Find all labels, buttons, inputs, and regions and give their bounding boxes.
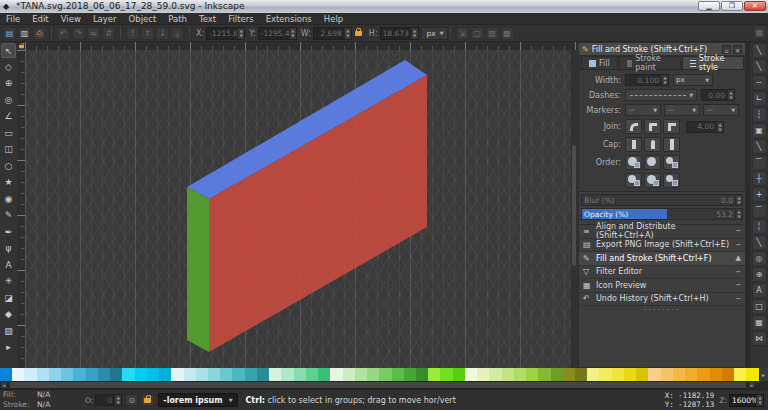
palette-swatch[interactable]	[367, 368, 379, 381]
panel-state-icon[interactable]: −	[735, 268, 741, 276]
menu-edit[interactable]: Edit	[26, 13, 54, 25]
rectangle-tool[interactable]: ▭	[1, 126, 16, 141]
palette-swatch[interactable]	[697, 368, 709, 381]
stroke-width-field[interactable]: 0.100 ▲▼	[625, 74, 669, 86]
palette-swatch[interactable]	[220, 368, 232, 381]
zoom-spinner[interactable]: ▲▼	[756, 395, 763, 406]
palette-swatch[interactable]	[184, 368, 196, 381]
palette-swatch[interactable]	[465, 368, 477, 381]
open-document-icon[interactable]: ▥	[18, 27, 31, 40]
panel-state-icon[interactable]: ▲	[736, 254, 741, 262]
palette-swatch[interactable]	[110, 368, 122, 381]
palette-swatch[interactable]	[343, 368, 355, 381]
palette-swatch[interactable]	[489, 368, 501, 381]
palette-swatch[interactable]	[318, 368, 330, 381]
width-field[interactable]: 2.698 ▲▼	[313, 27, 352, 40]
palette-swatch[interactable]	[599, 368, 611, 381]
palette-swatch[interactable]	[379, 368, 391, 381]
dock-detach-icon[interactable]: ▫	[722, 45, 731, 54]
palette-swatch[interactable]	[330, 368, 342, 381]
more-tools[interactable]: ▸	[1, 340, 16, 355]
palette-swatch[interactable]	[636, 368, 648, 381]
palette-swatch[interactable]	[746, 368, 758, 381]
palette-swatch[interactable]	[710, 368, 722, 381]
palette-swatch[interactable]	[355, 368, 367, 381]
star-tool[interactable]: ★	[1, 175, 16, 190]
text-tool[interactable]: A	[1, 258, 16, 273]
palette-swatch[interactable]	[98, 368, 110, 381]
palette-swatch[interactable]	[514, 368, 526, 381]
scroll-right-icon[interactable]: ▸	[748, 381, 756, 389]
opacity-slider[interactable]: Opacity (%) 53.2 ▲▼	[581, 208, 743, 220]
height-spinner[interactable]: ▲▼	[411, 28, 418, 39]
guide-lock-corner[interactable]	[17, 42, 25, 50]
close-button[interactable]: ✕	[744, 1, 766, 11]
measure-tool[interactable]: ∠	[1, 109, 16, 124]
dashes-dropdown[interactable]: ▼	[625, 89, 697, 101]
snap-bbox-corners-icon[interactable]: ∟	[752, 91, 767, 106]
lower-to-bottom-icon[interactable]: ⤓	[171, 27, 184, 40]
cap-butt-button[interactable]	[625, 137, 642, 152]
panel-state-icon[interactable]: −	[735, 227, 741, 235]
lock-ratio-icon[interactable]	[355, 31, 362, 36]
marker-end-dropdown[interactable]: —▼	[703, 104, 739, 116]
snap-midpoints-icon[interactable]: ╎	[752, 219, 767, 234]
palette-swatch[interactable]	[49, 368, 61, 381]
snap-object-centers-icon[interactable]: ◎	[752, 251, 767, 266]
palette-swatch[interactable]	[563, 368, 575, 381]
blur-spinner[interactable]: ▲▼	[735, 195, 742, 205]
palette-swatch[interactable]	[122, 368, 134, 381]
palette-swatch[interactable]	[612, 368, 624, 381]
palette-swatch[interactable]	[86, 368, 98, 381]
menu-path[interactable]: Path	[162, 13, 193, 25]
maximize-button[interactable]: ❐	[721, 1, 743, 11]
snap-nodes-icon[interactable]: ╲	[752, 139, 767, 154]
snap-bbox-edges-icon[interactable]: ┄	[752, 75, 767, 90]
palette-swatch[interactable]	[440, 368, 452, 381]
fill-stroke-indicator[interactable]: Fill: N/A Stroke: N/A	[0, 390, 77, 410]
panel-state-icon[interactable]: −	[735, 295, 741, 303]
canvas-vertical-scrollbar[interactable]	[571, 50, 577, 368]
stroke-width-spinner[interactable]: ▲▼	[661, 75, 668, 85]
x-spinner[interactable]: ▲▼	[237, 28, 244, 39]
menu-extensions[interactable]: Extensions	[260, 13, 318, 25]
panel-fill-stroke[interactable]: ✎Fill and Stroke (Shift+Ctrl+F)▲	[579, 252, 745, 266]
scrollbar-thumb[interactable]	[9, 381, 747, 389]
join-bevel-button[interactable]	[644, 119, 661, 134]
snap-path-icon[interactable]: ⌒	[752, 155, 767, 170]
zoom-field[interactable]: 1600% ▲▼	[729, 394, 764, 407]
isometric-box-shape[interactable]	[25, 50, 577, 368]
join-miter-button[interactable]	[663, 119, 680, 134]
palette-swatch[interactable]	[12, 368, 24, 381]
palette-swatch[interactable]	[453, 368, 465, 381]
palette-swatch[interactable]	[685, 368, 697, 381]
ellipse-tool[interactable]: ○	[1, 159, 16, 174]
cap-square-button[interactable]	[663, 137, 680, 152]
flip-vertical-icon[interactable]: ⇵	[102, 27, 115, 40]
box-3d-tool[interactable]: ◫	[1, 142, 16, 157]
bezier-tool[interactable]: ✒	[1, 225, 16, 240]
palette-swatch[interactable]	[135, 368, 147, 381]
height-field[interactable]: 18.673 ▲▼	[380, 27, 419, 40]
palette-swatch[interactable]	[673, 368, 685, 381]
calligraphy-tool[interactable]: ψ	[1, 241, 16, 256]
snap-rotation-centers-icon[interactable]: ⊕	[752, 267, 767, 282]
palette-swatch[interactable]	[587, 368, 599, 381]
gradient-tool[interactable]: ▨	[1, 324, 16, 339]
snap-enable-icon[interactable]: ╲	[752, 43, 767, 58]
palette-swatch[interactable]	[661, 368, 673, 381]
panel-state-icon[interactable]: −	[735, 281, 741, 289]
toolbar-overflow-icon[interactable]: ▦	[753, 26, 766, 39]
join-round-button[interactable]	[625, 119, 642, 134]
order-mfs-button[interactable]	[663, 173, 680, 188]
palette-swatch[interactable]	[294, 368, 306, 381]
palette-swatch[interactable]	[24, 368, 36, 381]
cap-round-button[interactable]	[644, 137, 661, 152]
palette-swatch[interactable]	[502, 368, 514, 381]
palette-swatch[interactable]	[61, 368, 73, 381]
palette-swatch[interactable]	[196, 368, 208, 381]
flip-horizontal-icon[interactable]: ⇋	[87, 27, 100, 40]
box-side-face[interactable]	[187, 187, 209, 352]
rotate-cw-icon[interactable]: ↷	[72, 27, 85, 40]
node-tool[interactable]: ◇	[1, 60, 16, 75]
